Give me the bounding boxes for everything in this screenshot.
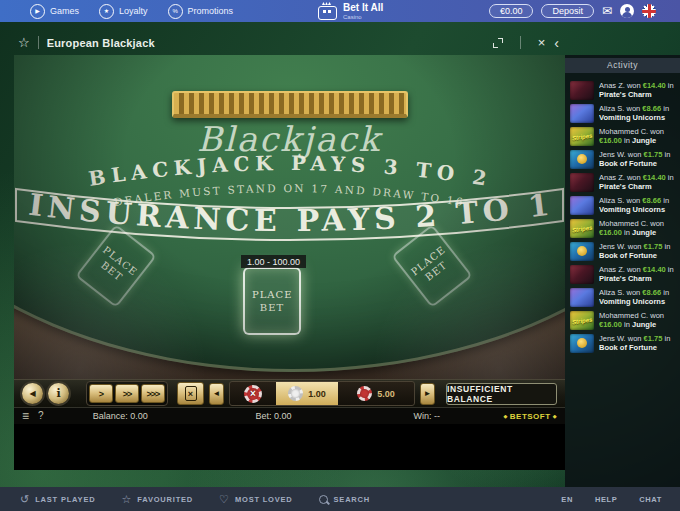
game-frame: Blackjack BLACKJACK PAYS 3 TO 2 DEALER M… [14,55,565,470]
game-name: Book of Fortune [599,343,657,352]
activity-item[interactable]: Jens W. won €1.75 in Book of Fortune [565,148,680,171]
bet-spot-center[interactable]: PLACE BET [243,267,301,335]
chip-option-5[interactable]: 5.00 [338,382,414,405]
remove-chip-icon: × [244,385,262,403]
win-status: Win: -- [350,411,503,421]
activity-item[interactable]: Jens W. won €1.75 in Book of Fortune [565,240,680,263]
diamond-icon: ◆ [553,414,557,419]
game-title-bar: ☆ European Blackjack × ‹ [14,30,565,55]
deposit-button[interactable]: Deposit [541,4,594,18]
language-button[interactable]: EN [561,495,573,504]
red-chip-icon [357,386,372,401]
activity-item[interactable]: StripesMohammed C. won €16.00 in Jungle … [565,309,680,332]
card-x-icon: × [185,386,197,401]
place-bet-label: PLACE BET [408,243,456,288]
last-played-button[interactable]: ↺ LAST PLAYED [20,494,95,505]
chip-prev-button[interactable]: ◄ [209,383,224,405]
brand-logo[interactable]: Bet It All Casino [318,2,383,20]
activity-text: Anas Z. won €14.40 in Pirate's Charm [599,82,675,99]
activity-item[interactable]: Anas Z. won €14.40 in Pirate's Charm [565,171,680,194]
chip-next-button[interactable]: ► [420,383,435,405]
place-bet-label: PLACE BET [252,288,292,314]
game-thumbnail-icon [570,173,594,192]
game-thumbnail-icon [570,242,594,261]
in-text: in [666,174,674,182]
nav-item-promotions[interactable]: % Promotions [168,4,234,19]
game-name: Vomiting Unicorns [599,113,665,122]
chip-value: 1.00 [308,389,326,399]
diamond-icon: ◆ [503,414,507,419]
favourite-star-icon[interactable]: ☆ [18,35,30,50]
insufficient-balance-button[interactable]: INSUFFICIENT BALANCE [446,383,557,405]
activity-item[interactable]: Aliza S. won €8.66 in Vomiting Unicorns [565,286,680,309]
provider-logo: ◆ BETSOFT ◆ [503,412,557,421]
no-chip-option[interactable]: × [230,382,276,405]
history-icon: ↺ [20,494,29,505]
game-thumbnail-icon [570,265,594,284]
game-thumbnail-icon: Stripes [570,127,594,146]
game-thumbnail-icon: Stripes [570,219,594,238]
activity-item[interactable]: Jens W. won €1.75 in Book of Fortune [565,332,680,355]
fullscreen-icon[interactable] [493,38,503,48]
game-name: Book of Fortune [599,159,657,168]
clear-bets-button[interactable]: × [177,382,204,405]
close-icon[interactable]: × [538,36,546,49]
activity-item[interactable]: Aliza S. won €8.66 in Vomiting Unicorns [565,194,680,217]
x-glyph: × [250,389,256,399]
activity-item[interactable]: Anas Z. won €14.40 in Pirate's Charm [565,79,680,102]
balance-pill[interactable]: €0.00 [489,4,534,18]
game-thumbnail-icon [570,334,594,353]
activity-text: Jens W. won €1.75 in Book of Fortune [599,335,675,352]
bottom-bar-menu: ↺ LAST PLAYED ☆ FAVOURITED ♡ MOST LOVED … [20,494,370,505]
game-thumbnail-icon [570,150,594,169]
activity-text: Mohammed C. won €16.00 in Jungle Stripes [599,312,675,329]
info-button[interactable]: i [48,383,69,404]
mail-icon[interactable]: ✉ [602,5,612,17]
game-thumbnail-icon [570,81,594,100]
chevron-left-icon[interactable]: ‹ [554,36,559,50]
speed-1x-button[interactable]: > [89,384,113,403]
top-nav-bar: ▶ Games ★ Loyalty % Promotions Bet It Al… [0,0,680,22]
game-status-bar: ≡ ? Balance: 0.00 Bet: 0.00 Win: -- ◆ BE… [14,407,565,424]
bet-range-tooltip: 1.00 - 100.00 [241,255,306,268]
nav-item-loyalty[interactable]: ★ Loyalty [99,4,148,19]
activity-text: Aliza S. won €8.66 in Vomiting Unicorns [599,197,675,214]
place-bet-label: PLACE BET [92,243,140,288]
activity-item[interactable]: StripesMohammed C. won €16.00 in Jungle … [565,125,680,148]
game-title: European Blackjack [47,37,155,49]
nav-label: Promotions [188,6,234,16]
uk-flag-icon[interactable] [642,4,656,18]
activity-text: Aliza S. won €8.66 in Vomiting Unicorns [599,289,675,306]
activity-item[interactable]: Anas Z. won €14.40 in Pirate's Charm [565,263,680,286]
help-button[interactable]: HELP [595,495,617,504]
most-loved-button[interactable]: ♡ MOST LOVED [219,494,292,505]
nav-item-games[interactable]: ▶ Games [30,4,79,19]
speed-3x-button[interactable]: >>> [141,384,165,403]
bottom-item-label: SEARCH [334,495,370,504]
balance-status: Balance: 0.00 [44,411,197,421]
speed-2x-button[interactable]: >> [115,384,139,403]
thumbnail-label: Stripes [572,224,593,233]
game-name: Vomiting Unicorns [599,205,665,214]
bottom-item-label: FAVOURITED [137,495,193,504]
provider-name: BETSOFT [510,412,551,421]
search-button[interactable]: SEARCH [319,495,370,504]
activity-sidebar: Activity Anas Z. won €14.40 in Pirate's … [565,55,680,487]
speaker-icon: ◀ [29,390,35,398]
account-icon[interactable] [620,4,634,18]
activity-item[interactable]: Aliza S. won €8.66 in Vomiting Unicorns [565,102,680,125]
activity-header: Activity [565,58,680,73]
favourited-button[interactable]: ☆ FAVOURITED [121,494,193,505]
heart-icon: ♡ [219,494,229,505]
activity-item[interactable]: StripesMohammed C. won €16.00 in Jungle … [565,217,680,240]
menu-icon[interactable]: ≡ [22,410,29,422]
activity-text: Mohammed C. won €16.00 in Jungle Stripes [599,128,675,145]
in-text: in [666,82,674,90]
bet-status: Bet: 0.00 [197,411,350,421]
casino-app: ▶ Games ★ Loyalty % Promotions Bet It Al… [0,0,680,511]
bottom-bar: ↺ LAST PLAYED ☆ FAVOURITED ♡ MOST LOVED … [0,487,680,511]
sound-button[interactable]: ◀ [22,383,43,404]
chip-option-1[interactable]: 1.00 [276,382,338,405]
game-thumbnail-icon [570,104,594,123]
chat-button[interactable]: CHAT [639,495,662,504]
